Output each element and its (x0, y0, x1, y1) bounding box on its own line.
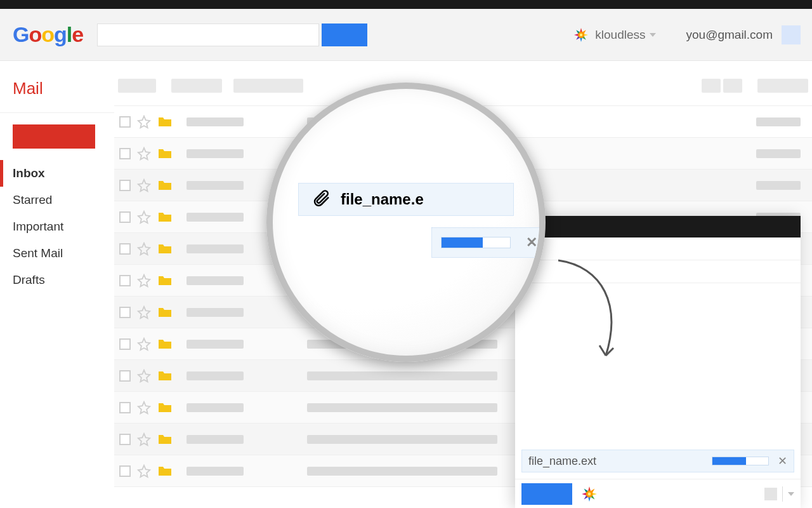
toolbar-select[interactable] (118, 79, 156, 93)
label-icon[interactable] (157, 402, 173, 413)
svg-marker-16 (582, 492, 587, 495)
star-icon[interactable] (137, 178, 151, 192)
compose-button[interactable] (13, 124, 95, 149)
sidebar-item-drafts[interactable]: Drafts (0, 267, 114, 293)
sender-placeholder (187, 149, 244, 158)
checkbox[interactable] (119, 180, 131, 191)
svg-marker-4 (580, 37, 582, 42)
logo-letter: o (29, 22, 41, 46)
chevron-down-icon (650, 33, 656, 37)
app-header: Google (0, 9, 812, 61)
checkbox[interactable] (119, 402, 131, 413)
magnifier-lens: file_name.e ✕ (266, 83, 546, 362)
svg-marker-2 (584, 34, 588, 36)
send-button[interactable] (521, 483, 572, 505)
star-icon[interactable] (137, 242, 151, 256)
star-icon[interactable] (137, 432, 151, 446)
zoomed-progress-fill (442, 237, 483, 248)
label-icon[interactable] (157, 338, 173, 350)
sender-placeholder (187, 244, 244, 253)
star-icon[interactable] (137, 401, 151, 415)
kloudless-menu[interactable]: kloudless (573, 27, 655, 43)
star-icon[interactable] (137, 210, 151, 224)
label-icon[interactable] (157, 211, 173, 223)
avatar[interactable] (782, 25, 801, 44)
svg-point-9 (580, 33, 582, 36)
star-icon[interactable] (137, 274, 151, 288)
sidebar-item-inbox[interactable]: Inbox (0, 160, 114, 187)
logo-letter: e (72, 22, 83, 46)
checkbox[interactable] (119, 148, 131, 159)
subject-placeholder (307, 371, 497, 380)
sidebar-item-starred[interactable]: Starred (0, 187, 114, 213)
checkbox[interactable] (119, 116, 131, 128)
checkbox[interactable] (119, 307, 131, 318)
mail-title[interactable]: Mail (0, 79, 114, 113)
divider (782, 486, 783, 502)
date-placeholder (756, 149, 801, 158)
checkbox[interactable] (119, 465, 131, 477)
svg-marker-0 (580, 28, 582, 32)
zoomed-attachment-chip: file_name.e (298, 183, 514, 216)
more-options-icon[interactable] (788, 492, 794, 496)
label-icon[interactable] (157, 434, 173, 445)
kloudless-label: kloudless (595, 28, 645, 42)
upload-progress (712, 457, 769, 465)
toolbar-btn[interactable] (171, 79, 222, 93)
checkbox[interactable] (119, 370, 131, 382)
checkbox[interactable] (119, 243, 131, 255)
search-input[interactable] (97, 23, 319, 46)
logo-letter: g (54, 22, 67, 46)
sender-placeholder (187, 276, 244, 285)
logo-letter: G (13, 22, 29, 46)
star-icon[interactable] (137, 305, 151, 319)
toolbar-nav-next[interactable] (723, 79, 742, 93)
kloudless-attach-icon[interactable] (581, 486, 598, 502)
star-icon[interactable] (137, 115, 151, 129)
subject-placeholder (307, 467, 497, 476)
label-icon[interactable] (157, 148, 173, 159)
user-email[interactable]: you@gmail.com (686, 28, 773, 42)
upload-progress-fill (712, 457, 746, 465)
label-icon[interactable] (157, 116, 173, 128)
checkbox[interactable] (119, 434, 131, 445)
compose-titlebar[interactable] (515, 216, 801, 237)
compose-subject-field[interactable] (515, 260, 801, 283)
checkbox[interactable] (119, 275, 131, 286)
google-logo[interactable]: Google (13, 22, 83, 47)
checkbox[interactable] (119, 211, 131, 223)
label-icon[interactable] (157, 465, 173, 477)
date-placeholder (756, 181, 801, 190)
sender-placeholder (187, 340, 244, 349)
star-icon[interactable] (137, 464, 151, 478)
svg-point-19 (588, 492, 591, 495)
sender-placeholder (187, 213, 244, 222)
sender-placeholder (187, 181, 244, 190)
zoomed-progress-chip: ✕ (431, 227, 546, 258)
star-icon[interactable] (137, 147, 151, 161)
toolbar-settings[interactable] (757, 79, 808, 93)
sender-placeholder (187, 435, 244, 444)
remove-attachment-icon[interactable]: ✕ (778, 454, 787, 468)
sidebar-item-sent[interactable]: Sent Mail (0, 240, 114, 267)
label-icon[interactable] (157, 370, 173, 382)
svg-marker-12 (592, 492, 597, 495)
sender-placeholder (187, 403, 244, 412)
compose-attachment-chip: file_name.ext ✕ (521, 450, 794, 472)
toolbar-btn[interactable] (233, 79, 303, 93)
close-icon[interactable]: ✕ (526, 234, 537, 251)
label-icon[interactable] (157, 307, 173, 318)
trash-icon[interactable] (764, 488, 777, 500)
search-button[interactable] (322, 23, 367, 46)
label-icon[interactable] (157, 275, 173, 286)
checkbox[interactable] (119, 338, 131, 350)
label-icon[interactable] (157, 180, 173, 191)
star-icon[interactable] (137, 337, 151, 351)
compose-to-field[interactable] (515, 237, 801, 260)
toolbar-nav-prev[interactable] (702, 79, 721, 93)
star-icon[interactable] (137, 369, 151, 383)
sidebar-item-important[interactable]: Important (0, 213, 114, 240)
compose-body[interactable] (515, 283, 801, 450)
label-icon[interactable] (157, 243, 173, 255)
browser-top-bar (0, 0, 812, 9)
